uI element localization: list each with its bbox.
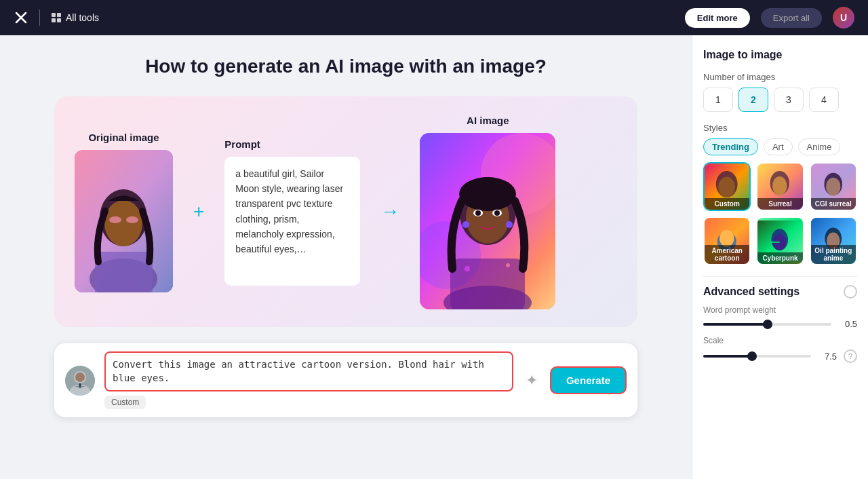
slider-thumb-weight[interactable] [763,320,772,329]
style-cyberpunk[interactable]: Cyberpunk [756,216,804,265]
svg-rect-1 [57,13,61,17]
svg-point-8 [104,200,142,246]
ai-image [420,133,555,309]
svg-point-17 [506,263,510,267]
plus-icon: + [193,201,204,223]
word-prompt-weight-row: Word prompt weight 0.5 [703,305,857,329]
style-american-cartoon[interactable]: American cartoon [703,216,751,265]
number-of-images-section: Number of images 1 2 3 4 [703,72,857,112]
original-label: Original image [88,132,159,143]
num-btn-1[interactable]: 1 [703,88,733,112]
all-tools-nav[interactable]: All tools [51,12,99,23]
svg-rect-2 [52,18,56,22]
style-name-cyberpunk: Cyberpunk [757,252,802,264]
svg-rect-0 [52,13,56,17]
word-prompt-weight-label: Word prompt weight [703,305,857,315]
svg-point-33 [718,177,735,197]
number-selector: 1 2 3 4 [703,88,857,112]
avatar[interactable]: U [833,7,854,28]
slider-fill-scale [703,355,752,358]
input-bar: Custom ✦ Generate [54,343,637,417]
prompt-label: Prompt [224,138,260,150]
style-name-american: American cartoon [705,245,749,264]
svg-point-10 [126,216,138,223]
scale-value: 7.5 [818,351,837,362]
export-all-button[interactable]: Export all [761,8,822,28]
page-title: How to generate an AI image with an imag… [145,56,547,77]
arrow-icon: → [380,201,399,223]
svg-point-36 [772,176,787,195]
prompt-section: Prompt a beautiful girl, Sailor Moon sty… [224,138,360,286]
scale-slider: 7.5 ? [703,349,857,363]
advanced-settings-label: Advanced settings [703,286,800,298]
ai-label: AI image [467,115,509,126]
style-oil-painting-anime[interactable]: Oil painting anime [810,216,857,265]
tab-trending[interactable]: Trending [703,138,758,155]
svg-point-30 [75,372,85,382]
svg-point-39 [826,178,840,196]
main-container: How to generate an AI image with an imag… [0,35,868,479]
word-prompt-weight-value: 0.5 [838,319,857,329]
input-content: Custom [104,351,513,409]
sparkle-icon: ✦ [526,372,538,389]
svg-point-25 [475,210,481,216]
style-name-surreal: Surreal [757,198,802,210]
tab-art[interactable]: Art [764,138,793,155]
user-avatar [65,366,95,396]
demo-card: Original image [54,96,637,327]
original-image-section: Original image [75,132,173,292]
advanced-settings-section: Advanced settings Word prompt weight 0.5… [703,276,857,363]
styles-label: Styles [703,123,857,133]
style-custom[interactable]: Custom [703,162,751,211]
prompt-text: a beautiful girl, Sailor Moon style, wea… [224,157,360,286]
custom-tag: Custom [104,396,146,409]
advanced-toggle[interactable] [844,285,857,299]
svg-point-21 [462,221,469,228]
num-btn-2[interactable]: 2 [738,88,768,112]
number-images-label: Number of images [703,72,857,82]
slider-thumb-scale[interactable] [747,351,757,361]
svg-point-20 [459,177,516,211]
num-btn-3[interactable]: 3 [774,88,804,112]
style-surreal[interactable]: Surreal [756,162,804,211]
original-image [75,150,173,292]
svg-rect-3 [57,18,61,22]
style-tabs: Trending Art Anime [703,138,857,155]
style-name-oil-painting: Oil painting anime [811,245,856,264]
svg-rect-15 [450,258,525,309]
slider-track-scale[interactable] [703,355,811,358]
svg-point-22 [506,221,513,228]
svg-point-9 [109,216,121,223]
ai-image-section: AI image [420,115,555,309]
style-cgi-surreal[interactable]: CGI surreal [810,162,857,211]
all-tools-label: All tools [66,12,99,23]
edit-more-button[interactable]: Edit more [685,8,750,28]
word-prompt-weight-slider: 0.5 [703,319,857,329]
right-panel: Image to image Number of images 1 2 3 4 … [692,35,868,479]
scale-label: Scale [703,336,857,345]
help-icon[interactable]: ? [844,349,857,363]
svg-rect-6 [95,252,153,292]
num-btn-4[interactable]: 4 [809,88,839,112]
prompt-input[interactable] [104,351,513,391]
style-grid: Custom Surreal [703,162,857,265]
tab-anime[interactable]: Anime [798,138,841,155]
svg-point-26 [494,210,500,216]
style-name-cgi: CGI surreal [811,198,856,210]
scale-row: Scale 7.5 ? [703,336,857,363]
nav-divider [39,9,40,26]
styles-section: Styles Trending Art Anime Cu [703,123,857,265]
advanced-header: Advanced settings [703,285,857,299]
slider-track-weight[interactable] [703,323,831,326]
style-name-custom: Custom [705,198,749,210]
logo[interactable] [14,10,28,25]
slider-fill-weight [703,323,768,326]
svg-point-16 [465,266,470,271]
sparkle-button[interactable]: ✦ [523,369,540,392]
top-nav: All tools Edit more Export all U [0,0,868,35]
panel-title: Image to image [703,49,857,61]
generate-button[interactable]: Generate [550,366,627,394]
content-area: How to generate an AI image with an imag… [0,35,692,479]
